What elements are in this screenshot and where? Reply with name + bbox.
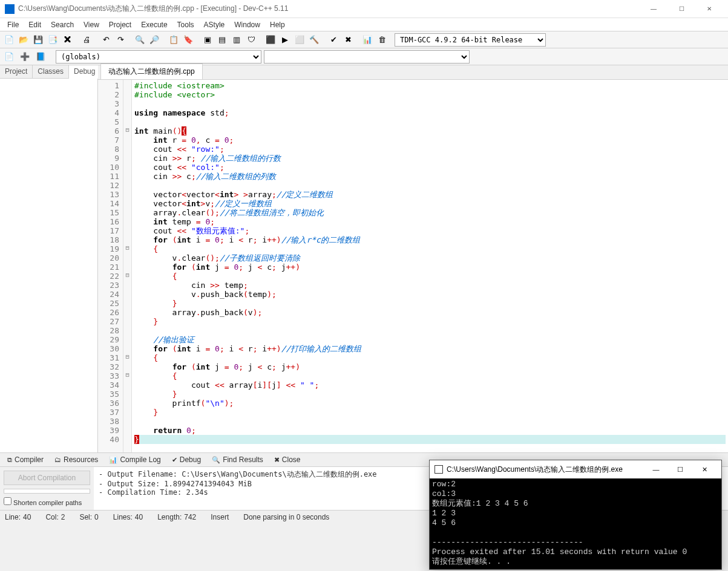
menu-astyle[interactable]: AStyle: [199, 19, 230, 30]
bottom-tab-find-results[interactable]: 🔍Find Results: [207, 454, 268, 465]
menubar: FileEditSearchViewProjectExecuteToolsASt…: [0, 18, 728, 31]
console-minimize-button[interactable]: —: [644, 466, 668, 473]
left-panel-content: [0, 79, 97, 452]
fold-gutter[interactable]: ⊟ ⊟ ⊟ ⊟ ⊟: [123, 80, 132, 452]
replace-button[interactable]: 🔎: [148, 33, 161, 47]
new-project-button[interactable]: 📄: [2, 50, 16, 64]
undo-button[interactable]: ↶: [99, 33, 113, 47]
rebuild-button[interactable]: 🔨: [307, 33, 321, 47]
bottom-tab-resources[interactable]: 🗂Resources: [50, 454, 103, 465]
globals-select[interactable]: (globals): [56, 50, 261, 64]
file-tab[interactable]: 动态输入二维数组的例.cpp: [100, 64, 203, 79]
new-file-button[interactable]: 📄: [2, 33, 16, 47]
shield-button[interactable]: 🛡: [244, 33, 258, 47]
code-area[interactable]: #include <iostream>#include <vector>usin…: [132, 80, 728, 452]
console-titlebar[interactable]: C:\Users\Wang\Documents\动态输入二维数组的例.exe —…: [430, 460, 721, 478]
goto-button[interactable]: 📋: [167, 33, 180, 47]
shorten-paths-checkbox[interactable]: Shorten compiler paths: [4, 497, 90, 506]
console-close-button[interactable]: ✕: [692, 466, 717, 474]
console-icon: [435, 465, 443, 474]
close-file-button[interactable]: 🗙: [61, 33, 74, 47]
profile-button[interactable]: 📊: [361, 33, 374, 47]
titlebar: C:\Users\Wang\Documents\动态输入二维数组的例.cpp -…: [0, 0, 728, 18]
bottom-tab-compile-log[interactable]: 📊Compile Log: [104, 454, 165, 465]
secondary-toolbar: 📄 ➕ 📘 (globals): [0, 48, 728, 65]
save-all-button[interactable]: 📑: [46, 33, 59, 47]
bottom-tab-debug[interactable]: ✔Debug: [167, 454, 206, 465]
menu-project[interactable]: Project: [104, 19, 136, 30]
left-tab-classes[interactable]: Classes: [33, 65, 69, 78]
editor-panel: 动态输入二维数组的例.cpp 1234567891011121314151617…: [98, 65, 728, 452]
minimize-button[interactable]: —: [640, 0, 667, 18]
add-button[interactable]: ➕: [18, 50, 31, 64]
debug-check-button[interactable]: ✔: [327, 33, 340, 47]
left-panel: ProjectClassesDebug: [0, 65, 98, 452]
console-window[interactable]: C:\Users\Wang\Documents\动态输入二维数组的例.exe —…: [429, 460, 722, 570]
menu-search[interactable]: Search: [46, 19, 79, 30]
debug-stop-button[interactable]: ✖: [341, 33, 355, 47]
left-tab-debug[interactable]: Debug: [69, 65, 100, 79]
insert-button[interactable]: ▣: [201, 33, 214, 47]
bottom-tab-close[interactable]: ✖Close: [269, 454, 306, 465]
main-toolbar: 📄 📂 💾 📑 🗙 🖨 ↶ ↷ 🔍 🔎 📋 🔖 ▣ ▤ ▥ 🛡 ⬛ ▶ ⬜ 🔨 …: [0, 31, 728, 48]
code-editor[interactable]: 1234567891011121314151617181920212223242…: [98, 80, 728, 452]
menu-help[interactable]: Help: [265, 19, 290, 30]
line-number-gutter: 1234567891011121314151617181920212223242…: [98, 80, 123, 452]
left-tab-project[interactable]: Project: [0, 65, 33, 78]
console-title: C:\Users\Wang\Documents\动态输入二维数组的例.exe: [447, 465, 644, 475]
console-output: row:2 col:3 数组元素值:1 2 3 4 5 6 1 2 3 4 5 …: [430, 478, 721, 568]
app-icon: [5, 4, 15, 14]
compile-run-button[interactable]: ⬜: [293, 33, 306, 47]
left-panel-tabs: ProjectClassesDebug: [0, 65, 97, 79]
abort-compilation-button[interactable]: Abort Compilation: [4, 471, 90, 485]
menu-execute[interactable]: Execute: [136, 19, 172, 30]
menu-tools[interactable]: Tools: [172, 19, 199, 30]
goto-line-button[interactable]: ▥: [230, 33, 243, 47]
menu-edit[interactable]: Edit: [24, 19, 46, 30]
open-button[interactable]: 📂: [17, 33, 30, 47]
redo-button[interactable]: ↷: [114, 33, 127, 47]
menu-window[interactable]: Window: [229, 19, 265, 30]
maximize-button[interactable]: ☐: [667, 0, 695, 18]
menu-view[interactable]: View: [79, 19, 104, 30]
save-button[interactable]: 💾: [31, 33, 45, 47]
remove-button[interactable]: 📘: [34, 50, 47, 64]
compile-button[interactable]: ⬛: [264, 33, 277, 47]
compiler-select[interactable]: TDM-GCC 4.9.2 64-bit Release: [395, 33, 546, 47]
find-button[interactable]: 🔍: [133, 33, 146, 47]
close-button[interactable]: ✕: [695, 0, 723, 18]
progress-placeholder: [4, 489, 90, 494]
toggle-button[interactable]: ▤: [215, 33, 229, 47]
file-tabs: 动态输入二维数组的例.cpp: [98, 65, 728, 80]
console-maximize-button[interactable]: ☐: [668, 466, 692, 474]
delete-profile-button[interactable]: 🗑: [375, 33, 389, 47]
bookmark-button[interactable]: 🔖: [182, 33, 195, 47]
run-button[interactable]: ▶: [278, 33, 292, 47]
menu-file[interactable]: File: [2, 19, 24, 30]
bottom-tab-compiler[interactable]: ⧉Compiler: [2, 454, 48, 465]
print-button[interactable]: 🖨: [80, 33, 93, 47]
context-select[interactable]: [264, 50, 470, 64]
window-title: C:\Users\Wang\Documents\动态输入二维数组的例.cpp -…: [18, 4, 640, 14]
